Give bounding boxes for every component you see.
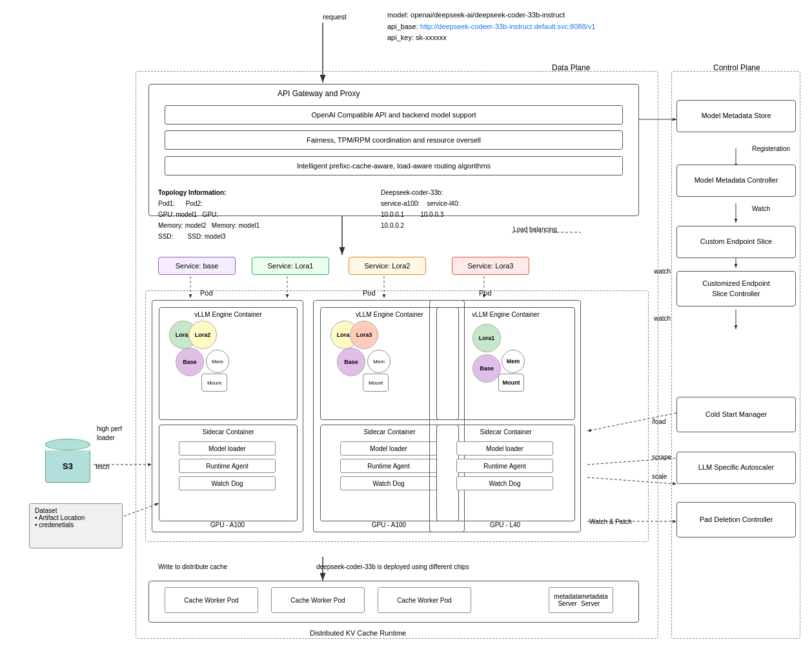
sidecar-label-1: Sidecar Container [202,428,254,436]
s3-body: S3 [45,450,90,483]
mount-rect-1: Mount [201,374,227,392]
watch-label-1: Watch [752,205,770,212]
deepseek-info: Deepseek-coder-33b: service-a100: servic… [381,187,460,231]
load-balancing-label: Load balancing [513,226,557,233]
gpu-label-2: GPU - A100 [372,521,406,528]
base-circle-1: Base [176,348,204,376]
sidecar-container-3: Sidecar Container Model loader Runtime A… [436,425,575,521]
model-info-block: model: openai/deepseek-ai/deepseek-coder… [387,10,595,44]
api-base-line: api_base: http://deepseek-codeer-33b-ins… [387,21,595,33]
gpu-label-1: GPU - A100 [210,521,245,528]
cache-runtime-label: Distributed KV Cache Runtime [310,629,406,637]
base-circle-2: Base [337,348,365,376]
model-loader-1: Model loader [179,441,276,456]
vllm-container-1: vLLM Engine Container Lora1 Lora2 Base M… [159,307,298,420]
model-metadata-controller: Model Metadata Controller [676,165,796,197]
pod-label-1: Pod [200,289,213,297]
vllm-label-2: vLLM Engine Container [356,311,423,318]
watchdog-2: Watch Dog [340,476,437,490]
custom-endpoint-slice: Custom Endpoint Slice [676,226,796,258]
lora3-circle-2: Lora3 [350,321,378,349]
cache-worker-1: Cache Worker Pod [165,587,258,613]
fetch-label: fetch [96,463,110,470]
load-label: /load [652,418,666,425]
scale-label: scale [652,473,667,480]
watchdog-1: Watch Dog [179,476,276,490]
watch-label-3: watch [654,315,671,322]
watch-label-2: watch [654,268,671,275]
sidecar-container-1: Sidecar Container Model loader Runtime A… [159,425,298,521]
runtime-agent-3: Runtime Agent [456,459,553,473]
dataset-title: Dataset [35,507,117,514]
api-base-link: http://deepseek-codeer-33b-instruct.defa… [420,23,596,30]
api-key-line: api_key: sk-xxxxxx [387,32,595,44]
request-label: request [323,13,347,21]
mem-circle-1: Mem [206,350,229,373]
write-distribute-label: Write to distribute cache [158,563,227,570]
vllm-container-3: vLLM Engine Container Lora1 Base Mem Mou… [436,307,575,420]
base-circle-3: Base [472,354,501,383]
scrape-label: scrape [652,454,671,461]
model-info-line: model: openai/deepseek-ai/deepseek-coder… [387,10,595,21]
cache-worker-3: Cache Worker Pod [378,587,471,613]
vllm-label-1: vLLM Engine Container [194,311,262,318]
api-gateway-title: API Gateway and Proxy [278,89,360,98]
control-plane-outer [671,71,800,639]
model-loader-3: Model loader [456,441,553,456]
model-loader-2: Model loader [340,441,437,456]
lora1-circle-3: Lora1 [472,324,501,352]
openai-box: OpenAI Compatible API and backend model … [165,105,623,125]
mount-rect-3: Mount [498,374,524,392]
watch-patch-label: Watch & Patch [589,518,632,525]
mem-circle-3: Mem [502,350,525,373]
runtime-agent-2: Runtime Agent [340,459,437,473]
vllm-label-3: vLLM Engine Container [472,311,540,318]
intelligent-box: Intelligent prefixc-cache-aware, load-aw… [165,156,623,176]
sidecar-label-3: Sidecar Container [480,428,531,436]
pod-deletion-controller: Pad Deletion Controller [676,502,796,537]
lora2-circle-1: Lora2 [188,321,217,349]
pod-box-3: vLLM Engine Container Lora1 Base Mem Mou… [429,300,581,532]
service-lora2: Service: Lora2 [349,257,426,275]
cold-start-manager: Cold Start Manager [676,397,796,432]
service-base: Service: base [158,257,236,275]
s3-cylinder: S3 [45,439,90,490]
metadata-server: metadata ServermetadataServer [549,587,613,613]
mount-rect-2: Mount [363,374,389,392]
dataset-item1: • Artifact Location [35,514,117,521]
s3-label: S3 [63,461,73,471]
runtime-agent-1: Runtime Agent [179,459,276,473]
gpu-label-3: GPU - L40 [490,521,520,528]
watchdog-3: Watch Dog [456,476,553,490]
fairness-box: Fairness, TPM/RPM coordination and resou… [165,130,623,150]
customized-endpoint-slice-controller: Customized EndpointSlice Controller [676,271,796,306]
deploy-label: deepseek-coder-33b is deployed using dif… [316,563,469,570]
cache-worker-2: Cache Worker Pod [271,587,365,613]
pod-label-3: Pod [479,289,492,297]
topology-info: Topology Information: Pod1: Pod2: GPU: m… [158,187,259,242]
service-lora1: Service: Lora1 [252,257,329,275]
pod-box-1: vLLM Engine Container Lora1 Lora2 Base M… [152,300,303,532]
llm-specific-autoscaler: LLM Specific Autoscaler [676,452,796,484]
dataset-item2: • credenetials [35,521,117,528]
mem-circle-2: Mem [367,350,391,373]
dataset-box: Dataset • Artifact Location • credenetia… [29,503,123,548]
s3-top [45,439,90,450]
sidecar-label-2: Sidecar Container [363,428,415,436]
service-lora3: Service: Lora3 [452,257,529,275]
registration-label: Registeration [752,145,790,152]
model-metadata-store: Model Metadata Store [676,100,796,132]
pod-label-2: Pod [363,289,376,297]
high-perf-label: high perfloader [97,425,122,443]
